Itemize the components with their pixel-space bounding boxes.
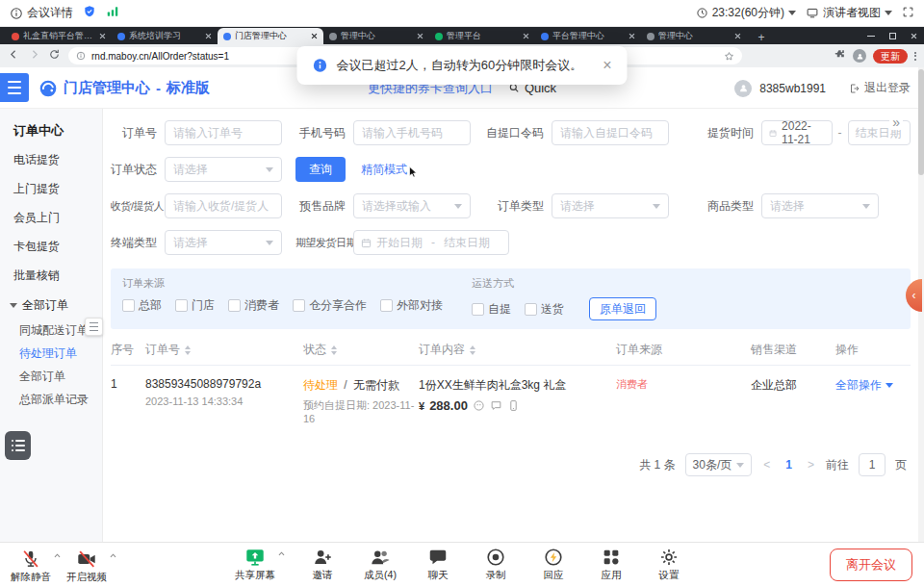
members-button[interactable]: 成员(4) xyxy=(359,547,401,582)
sidebar-item-member-visit[interactable]: 会员上门 xyxy=(0,203,102,232)
invite-button[interactable]: 邀请 xyxy=(301,547,344,582)
tab-close-icon[interactable] xyxy=(523,33,529,39)
sidebar-item-door-pickup[interactable]: 上门提货 xyxy=(0,174,102,203)
original-return-button[interactable]: 原单退回 xyxy=(589,297,656,320)
order-type-select[interactable]: 请选择 xyxy=(552,193,669,218)
new-tab-button[interactable]: + xyxy=(753,30,770,44)
settings-button[interactable]: 设置 xyxy=(648,547,690,582)
start-video-button[interactable]: 开启视频 xyxy=(65,549,108,584)
receiver-input[interactable] xyxy=(165,193,282,218)
tab-close-icon[interactable] xyxy=(99,33,106,39)
network-signal-icon[interactable] xyxy=(106,5,119,21)
sidebar-item-all-orders[interactable]: 全部订单 xyxy=(0,365,102,388)
sidebar-item-card-pickup[interactable]: 卡包提货 xyxy=(0,232,102,261)
sidebar-drag-handle[interactable] xyxy=(85,318,103,336)
browser-profile-avatar[interactable] xyxy=(853,49,866,63)
refresh-icon[interactable] xyxy=(48,47,61,64)
meeting-details-button[interactable]: 会议详情 xyxy=(10,5,73,21)
site-info-icon[interactable] xyxy=(76,51,86,61)
col-content[interactable]: 订单内容 xyxy=(419,342,616,358)
browser-tab[interactable]: 管理中心 xyxy=(641,28,747,44)
mobile-icon[interactable] xyxy=(507,399,520,412)
message-icon[interactable] xyxy=(490,399,502,412)
pickup-start-date-input[interactable]: 2022-11-21 xyxy=(761,120,833,145)
browser-menu-icon[interactable] xyxy=(914,50,916,62)
reaction-button[interactable]: 回应 xyxy=(532,547,575,582)
next-page-button[interactable]: > xyxy=(806,458,816,472)
page-size-select[interactable]: 30条/页 xyxy=(685,453,753,476)
phone-input[interactable] xyxy=(353,120,471,145)
apps-button[interactable]: 应用 xyxy=(590,547,632,582)
checkbox-source-external[interactable]: 外部对接 xyxy=(380,297,443,314)
brand-select[interactable]: 请选择或输入 xyxy=(353,193,471,218)
sidebar-item-hq-dispatch[interactable]: 总部派单记录 xyxy=(0,388,102,411)
unmute-button[interactable]: 解除静音 xyxy=(10,549,52,584)
tab-close-icon[interactable] xyxy=(734,33,741,39)
order-status-select[interactable]: 请选择 xyxy=(165,157,282,182)
close-icon[interactable]: × xyxy=(603,58,611,73)
close-icon[interactable] xyxy=(903,27,924,44)
expand-toolbar-icon[interactable]: » xyxy=(889,115,903,130)
browser-tab-active[interactable]: 门店管理中心 xyxy=(218,28,323,44)
row-action-dropdown[interactable]: 全部操作 xyxy=(835,377,911,394)
wechat-pay-icon[interactable] xyxy=(473,399,485,412)
order-no-input[interactable] xyxy=(165,120,282,145)
pickup-code-input[interactable] xyxy=(552,120,669,145)
sidebar-item-batch-verify[interactable]: 批量核销 xyxy=(0,261,102,290)
share-options-chevron-icon[interactable] xyxy=(277,550,286,557)
meeting-timer[interactable]: 23:32(60分钟) xyxy=(696,5,796,21)
user-avatar[interactable] xyxy=(734,80,752,97)
checkbox-delivery[interactable]: 送货 xyxy=(525,301,564,318)
browser-tab[interactable]: 平台管理中心 xyxy=(535,28,641,44)
sidebar-item-phone-pickup[interactable]: 电话提货 xyxy=(0,145,102,174)
browser-tab[interactable]: 礼盒直销平台管理中心 xyxy=(6,28,112,44)
sidebar-group-all-orders[interactable]: 全部订单 xyxy=(0,292,102,319)
minimize-icon[interactable] xyxy=(860,27,882,44)
simple-mode-link[interactable]: 精简模式 xyxy=(361,161,420,179)
scrollbar-thumb[interactable] xyxy=(918,69,924,175)
checkbox-source-consumer[interactable]: 消费者 xyxy=(228,297,279,314)
sort-icon[interactable] xyxy=(185,343,191,358)
sidebar-item-pending-orders[interactable]: 待处理订单 xyxy=(0,342,102,365)
checkbox-source-hq[interactable]: 总部 xyxy=(122,297,162,314)
leave-meeting-button[interactable]: 离开会议 xyxy=(830,549,912,581)
sidebar-toggle-button[interactable] xyxy=(0,73,29,102)
bookmark-star-icon[interactable] xyxy=(724,51,734,62)
col-order-no[interactable]: 订单号 xyxy=(145,342,303,358)
browser-tab[interactable]: 系统培训学习 xyxy=(112,28,218,44)
browser-update-button[interactable]: 更新 xyxy=(873,49,908,64)
order-no-value[interactable]: 83859345088979792a xyxy=(145,377,303,391)
tab-close-icon[interactable] xyxy=(311,33,318,39)
col-status[interactable]: 状态 xyxy=(303,342,419,358)
mic-options-chevron-icon[interactable] xyxy=(53,552,62,559)
checkbox-self-pickup[interactable]: 自提 xyxy=(472,301,511,318)
checkbox-source-store[interactable]: 门店 xyxy=(175,297,215,314)
browser-tab[interactable]: 管理平台 xyxy=(429,28,535,44)
shield-icon[interactable] xyxy=(83,5,96,21)
terminal-type-select[interactable]: 请选择 xyxy=(165,230,282,255)
sort-icon[interactable] xyxy=(470,343,475,358)
sort-icon[interactable] xyxy=(331,343,337,358)
browser-tab[interactable]: 管理中心 xyxy=(323,28,429,44)
record-button[interactable]: 录制 xyxy=(475,547,517,582)
logout-button[interactable]: 退出登录 xyxy=(849,80,911,96)
share-screen-button[interactable]: 共享屏幕 xyxy=(234,547,276,582)
goto-page-input[interactable] xyxy=(859,453,886,476)
floating-list-button[interactable] xyxy=(5,431,31,460)
back-icon[interactable] xyxy=(8,47,20,64)
fullscreen-icon[interactable] xyxy=(902,6,914,21)
forward-icon[interactable] xyxy=(28,47,40,64)
goods-type-select[interactable]: 请选择 xyxy=(761,193,879,218)
current-page[interactable]: 1 xyxy=(782,458,796,472)
maximize-icon[interactable] xyxy=(882,27,903,44)
query-button[interactable]: 查询 xyxy=(295,157,346,182)
ship-date-range-input[interactable]: 开始日期 - 结束日期 xyxy=(353,230,509,255)
checkbox-source-warehouse-coop[interactable]: 仓分享合作 xyxy=(293,297,367,314)
view-mode-switch[interactable]: 演讲者视图 xyxy=(806,5,892,21)
tab-close-icon[interactable] xyxy=(205,33,212,39)
video-options-chevron-icon[interactable] xyxy=(109,552,117,559)
extensions-puzzle-icon[interactable] xyxy=(834,47,846,64)
chat-button[interactable]: 聊天 xyxy=(417,547,459,582)
tab-close-icon[interactable] xyxy=(629,33,635,39)
prev-page-button[interactable]: < xyxy=(761,458,772,472)
